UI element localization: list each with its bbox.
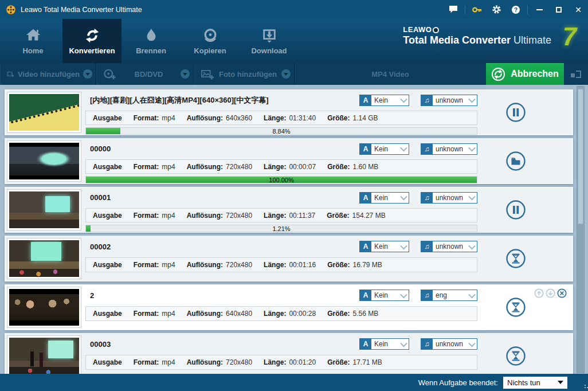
product-name: Total Media Converter <box>403 34 511 46</box>
audio-select[interactable]: ♫ unknown <box>421 95 477 106</box>
resolution-value: 720x480 <box>226 261 252 269</box>
video-thumbnail <box>7 238 81 279</box>
subtitle-value: Kein <box>371 241 399 252</box>
maximize-icon <box>556 7 562 13</box>
video-list-item[interactable]: 00000 A Kein ♫ unknown Ausgabe For <box>5 138 573 184</box>
download-icon <box>261 28 278 44</box>
chevron-down-icon <box>467 290 477 300</box>
tab-label: Konvertieren <box>69 46 115 55</box>
pause-button[interactable] <box>505 200 526 220</box>
tab-home[interactable]: Home <box>3 19 62 63</box>
audio-value: unknown <box>433 144 467 154</box>
format-value: mp4 <box>162 310 175 318</box>
size-value: 154.27 MB <box>352 212 386 220</box>
format-label: Format: <box>134 358 159 366</box>
tab-download[interactable]: Download <box>240 19 299 63</box>
tab-label: Kopieren <box>194 46 226 55</box>
tab-label: Brennen <box>136 46 166 55</box>
remove-button[interactable] <box>557 288 567 298</box>
minimize-button[interactable] <box>530 0 549 19</box>
statusbar: Wenn Aufgabe beendet: Nichts tun <box>0 374 588 391</box>
add-bd-dvd-dropdown-arrow[interactable] <box>181 69 190 79</box>
close-button[interactable]: ✕ <box>569 0 588 19</box>
format-value: mp4 <box>162 358 175 366</box>
subtitle-icon: A <box>360 339 371 349</box>
size-label: Größe: <box>327 358 350 366</box>
chevron-down-icon <box>467 95 477 105</box>
subtitle-select[interactable]: A Kein <box>359 95 409 106</box>
size-value: 1.14 GB <box>352 114 378 122</box>
audio-select[interactable]: ♫ unknown <box>421 338 477 350</box>
audio-select[interactable]: ♫ unknown <box>421 241 477 252</box>
video-list-item[interactable]: 00001 A Kein ♫ unknown Ausgabe For <box>5 187 573 233</box>
progress-bar: 1.21% <box>85 225 477 232</box>
after-task-select[interactable]: Nichts tun <box>503 377 567 389</box>
tab-kopieren[interactable]: Kopieren <box>181 19 240 63</box>
subtitle-icon: A <box>360 144 371 154</box>
subtitle-icon: A <box>360 193 371 203</box>
resize-grip[interactable] <box>585 385 586 386</box>
chevron-down-icon <box>399 241 409 252</box>
add-photo-dropdown-arrow[interactable] <box>281 69 291 79</box>
titlebar-separator <box>527 5 528 14</box>
convert-cancel-icon <box>491 67 505 81</box>
key-icon <box>472 5 482 14</box>
svg-text:?: ? <box>514 6 518 13</box>
titlebar-separator <box>465 5 465 14</box>
add-video-button[interactable]: Video hinzufügen <box>0 63 96 85</box>
resolution-value: 640x360 <box>226 114 252 122</box>
output-details: Ausgabe Format:mp4 Auflösung:640x480 Län… <box>85 306 477 321</box>
help-button[interactable]: ? <box>506 0 526 19</box>
tab-brennen[interactable]: Brennen <box>121 19 181 63</box>
subtitle-select[interactable]: A Kein <box>359 241 409 252</box>
chevron-down-icon <box>399 193 409 203</box>
subtitle-select[interactable]: A Kein <box>359 290 409 301</box>
audio-value: unknown <box>433 339 467 349</box>
add-photo-button[interactable]: Foto hinzufügen <box>194 63 295 85</box>
format-value: mp4 <box>162 114 175 122</box>
scrollbar-thumb[interactable] <box>578 89 583 224</box>
add-video-dropdown-arrow[interactable] <box>83 69 92 79</box>
subtitle-value: Kein <box>371 339 399 349</box>
subtitle-select[interactable]: A Kein <box>359 143 409 155</box>
audio-value: eng <box>433 290 467 300</box>
music-note-icon: ♫ <box>421 193 433 203</box>
move-up-button[interactable] <box>534 288 544 298</box>
audio-select[interactable]: ♫ eng <box>421 290 477 301</box>
version-number: 7 <box>563 22 577 52</box>
brand-name: LEAWO <box>403 26 432 34</box>
close-icon: ✕ <box>575 6 582 14</box>
format-value: mp4 <box>162 163 175 171</box>
audio-select[interactable]: ♫ unknown <box>421 192 477 204</box>
progress-percent: 100.00% <box>86 177 477 183</box>
minimize-icon <box>536 9 543 10</box>
list-scrollbar[interactable] <box>577 86 585 373</box>
format-label: Format: <box>134 163 159 171</box>
video-list-item[interactable]: 00002 A Kein ♫ unknown Ausgabe For <box>5 236 573 281</box>
open-folder-button[interactable] <box>505 151 526 171</box>
video-title: 00001 <box>85 193 359 202</box>
settings-button[interactable] <box>487 0 506 19</box>
add-bd-dvd-label: BD/DVD <box>117 70 181 79</box>
subtitle-select[interactable]: A Kein <box>359 192 409 204</box>
move-down-button[interactable] <box>546 288 555 298</box>
maximize-button[interactable] <box>549 0 569 19</box>
size-label: Größe: <box>327 163 350 171</box>
subtitle-value: Kein <box>371 95 399 105</box>
video-list-item[interactable]: [内地][喜剧][人在囧途][高清MP4][640×360][中文字幕] A K… <box>5 89 573 135</box>
panel-toggle-button[interactable] <box>564 71 588 78</box>
video-list-item[interactable]: 00003 A Kein ♫ unknown Ausgabe For <box>5 333 573 374</box>
add-bd-dvd-button[interactable]: BD/DVD <box>96 63 194 85</box>
format-label: Format: <box>134 212 159 220</box>
add-video-label: Video hinzufügen <box>14 70 83 79</box>
main-nav: Home Konvertieren Brennen Kopieren D <box>0 19 588 63</box>
register-button[interactable] <box>467 0 487 19</box>
subtitle-icon: A <box>360 95 371 105</box>
tab-konvertieren[interactable]: Konvertieren <box>62 19 121 63</box>
pause-button[interactable] <box>505 102 526 123</box>
video-list-item[interactable]: 2 A Kein ♫ eng Ausgabe Format:mp4 <box>5 284 573 330</box>
subtitle-select[interactable]: A Kein <box>359 338 409 350</box>
cancel-button[interactable]: Abbrechen <box>486 63 564 85</box>
feedback-button[interactable] <box>444 0 463 19</box>
audio-select[interactable]: ♫ unknown <box>421 143 477 155</box>
